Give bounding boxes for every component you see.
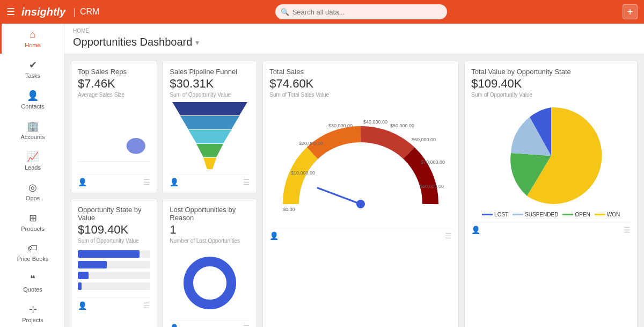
svg-text:$40,000.00: $40,000.00 <box>363 119 387 125</box>
card-total-value-state: Total Value by Opportunity State $109.40… <box>464 61 638 327</box>
person-icon: 👤 <box>471 226 480 234</box>
svg-marker-2 <box>172 102 247 115</box>
legend-item-won: WON <box>595 212 620 217</box>
sidebar-item-label: Opps <box>26 195 40 201</box>
card-total-sales: Total Sales $74.60K Sum of Total Sales V… <box>262 61 459 327</box>
page-title: Opportunities Dashboard ▾ <box>73 36 635 48</box>
search-input[interactable] <box>275 4 447 19</box>
nav-divider: | <box>73 6 76 18</box>
card-title: Lost Opportunities by Reason <box>170 206 250 222</box>
pie-legend: LOST SUSPENDED OPEN WON <box>471 209 631 220</box>
leads-icon: 📈 <box>27 151 39 163</box>
menu-icon[interactable]: ☰ <box>243 324 250 327</box>
add-button[interactable]: + <box>623 4 638 19</box>
sidebar-item-label: Leads <box>25 164 41 171</box>
page-header: HOME Opportunities Dashboard ▾ <box>64 24 644 54</box>
legend-label: WON <box>607 212 620 217</box>
svg-marker-5 <box>196 144 223 157</box>
card-subtitle: Number of Lost Opportunities <box>170 238 250 244</box>
card-footer: 👤 ☰ <box>170 174 250 186</box>
menu-icon[interactable]: ☰ <box>624 226 631 234</box>
svg-marker-4 <box>188 130 231 143</box>
top-nav: ☰ insightly | CRM 🔍 + <box>0 0 644 24</box>
menu-icon[interactable]: ☰ <box>445 231 452 240</box>
funnel-chart <box>170 102 250 172</box>
tasks-icon: ✔ <box>29 59 37 71</box>
bar-row <box>78 272 150 279</box>
h-bar-chart <box>78 248 150 295</box>
contacts-icon: 👤 <box>27 90 39 101</box>
sidebar-item-tasks[interactable]: ✔ Tasks <box>0 54 64 84</box>
sidebar-item-accounts[interactable]: 🏢 Accounts <box>0 115 64 146</box>
page-title-text: Opportunities Dashboard <box>73 36 192 48</box>
dropdown-arrow-icon[interactable]: ▾ <box>195 38 199 47</box>
menu-icon[interactable]: ☰ <box>143 178 150 186</box>
card-value: $7.46K <box>78 77 150 91</box>
bar-track <box>78 272 150 279</box>
legend-label: OPEN <box>575 212 590 217</box>
person-icon: 👤 <box>269 231 279 240</box>
sidebar-item-label: Products <box>21 226 44 232</box>
sidebar-item-label: Price Books <box>17 256 49 262</box>
card-footer: 👤 ☰ <box>78 297 150 310</box>
menu-icon[interactable]: ☰ <box>243 178 250 186</box>
donut-chart <box>170 248 250 318</box>
svg-text:$0.00: $0.00 <box>283 207 295 212</box>
sidebar-item-label: Contacts <box>21 103 44 110</box>
sidebar-item-price-books[interactable]: 🏷 Price Books <box>0 237 64 267</box>
card-title: Total Sales <box>269 68 452 76</box>
card-sales-pipeline: Sales Pipeline Funnel $30.31K Sum of Opp… <box>163 61 257 193</box>
sidebar-item-label: Home <box>25 42 40 48</box>
svg-marker-6 <box>203 158 216 169</box>
sidebar-item-leads[interactable]: 📈 Leads <box>0 146 64 176</box>
legend-item-suspended: SUSPENDED <box>513 212 558 217</box>
accounts-icon: 🏢 <box>27 120 39 132</box>
bar-row <box>78 261 150 268</box>
svg-text:$10,000.00: $10,000.00 <box>291 170 315 176</box>
projects-icon: ⊹ <box>29 303 37 315</box>
card-footer: 👤 ☰ <box>471 222 631 234</box>
svg-text:$80,000.00: $80,000.00 <box>420 184 444 189</box>
card-title: Sales Pipeline Funnel <box>170 68 250 76</box>
card-value: $109.40K <box>471 77 631 91</box>
svg-text:$70,000.00: $70,000.00 <box>421 159 445 165</box>
svg-point-1 <box>127 138 145 154</box>
svg-marker-3 <box>180 116 239 129</box>
menu-icon[interactable]: ☰ <box>143 301 150 310</box>
sidebar-item-opps[interactable]: ◎ Opps <box>0 176 64 207</box>
sidebar: ⌂ Home ✔ Tasks 👤 Contacts 🏢 Accounts 📈 L… <box>0 24 64 327</box>
legend-label: LOST <box>494 212 508 217</box>
sidebar-item-home[interactable]: ⌂ Home <box>0 24 64 54</box>
bar-fill <box>78 250 140 258</box>
card-subtitle: Sum of Opportunity Value <box>170 92 250 98</box>
card-value: 1 <box>170 223 250 237</box>
sidebar-item-quotes[interactable]: ❝ Quotes <box>0 267 64 298</box>
card-footer: 👤 ☰ <box>170 320 250 327</box>
opps-icon: ◎ <box>28 181 37 193</box>
person-icon: 👤 <box>78 178 87 186</box>
bar-fill <box>78 261 107 268</box>
legend-item-open: OPEN <box>562 212 590 217</box>
card-title: Top Sales Reps <box>78 68 150 76</box>
bar-track <box>78 261 150 268</box>
svg-text:$60,000.00: $60,000.00 <box>412 137 436 142</box>
dashboard-grid: Top Sales Reps $7.46K Average Sales Size… <box>64 54 644 327</box>
card-footer: 👤 ☰ <box>269 228 452 240</box>
card-subtitle: Sum of Total Sales Value <box>269 92 452 98</box>
person-icon: 👤 <box>170 178 179 186</box>
svg-text:$50,000.00: $50,000.00 <box>390 123 414 128</box>
sidebar-item-contacts[interactable]: 👤 Contacts <box>0 84 64 115</box>
sidebar-item-products[interactable]: ⊞ Products <box>0 207 64 237</box>
sidebar-item-label: Quotes <box>23 286 42 293</box>
search-icon: 🔍 <box>281 8 289 16</box>
hamburger-icon[interactable]: ☰ <box>6 6 15 18</box>
pie-chart <box>471 102 631 209</box>
sidebar-item-label: Projects <box>22 317 43 323</box>
card-value: $30.31K <box>170 77 250 91</box>
app-name: CRM <box>80 7 99 17</box>
card-subtitle: Sum of Opportunity Value <box>471 92 631 98</box>
bar-row <box>78 250 150 258</box>
person-icon: 👤 <box>78 301 87 310</box>
bar-track <box>78 250 150 258</box>
sidebar-item-projects[interactable]: ⊹ Projects <box>0 298 64 327</box>
